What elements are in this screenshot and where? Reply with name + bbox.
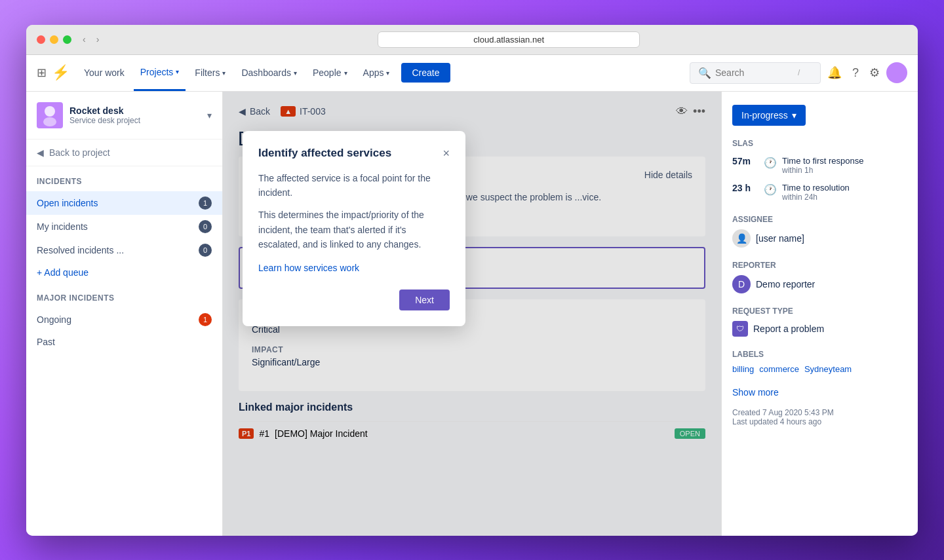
maximize-traffic-light[interactable] (63, 35, 71, 44)
project-avatar (37, 102, 63, 128)
sla-first-sub: within 1h (782, 166, 864, 175)
sidebar-project-header: Rocket desk Service desk project ▾ (26, 92, 222, 140)
assignee-avatar: 👤 (732, 229, 751, 248)
help-icon[interactable]: ? (848, 62, 863, 84)
request-type-value: Report a problem (753, 324, 824, 334)
sla-first-label: Time to first response (782, 156, 864, 166)
create-button[interactable]: Create (401, 63, 450, 83)
address-bar[interactable]: cloud.atlassian.net (378, 31, 640, 48)
request-type-icon: 🛡 (732, 321, 748, 337)
status-chevron-icon: ▾ (792, 110, 796, 121)
assignee-section: Assignee 👤 [user name] (732, 215, 907, 248)
sidebar-item-past[interactable]: Past (26, 331, 222, 352)
metadata: Created 7 Aug 2020 5:43 PM Last updated … (732, 408, 907, 426)
nav-filters[interactable]: Filters ▾ (188, 54, 232, 91)
sidebar-item-ongoing[interactable]: Ongoing 1 (26, 308, 222, 331)
browser-forward-btn[interactable]: › (93, 33, 103, 46)
labels-label: Labels (732, 350, 907, 359)
sidebar: Rocket desk Service desk project ▾ ◀ Bac… (26, 92, 223, 536)
modal-next-button[interactable]: Next (399, 289, 450, 310)
label-sydneyteam[interactable]: Sydneyteam (804, 364, 852, 374)
request-type-label: Request type (732, 307, 907, 316)
atlassian-logo[interactable]: ⚡ (52, 64, 69, 81)
request-type-row: 🛡 Report a problem (732, 321, 907, 337)
right-panel: In-progress ▾ SLAs 57m 🕐 Time to first r… (721, 92, 918, 536)
sidebar-project-chevron-icon[interactable]: ▾ (207, 110, 212, 121)
sidebar-item-resolved-incidents[interactable]: Resolved incidents ... 0 (26, 238, 222, 262)
project-name: Rocket desk (69, 105, 207, 116)
settings-gear-icon[interactable]: ⚙ (865, 62, 884, 84)
modal-close-button[interactable]: × (442, 147, 450, 160)
labels-row: billing commerce Sydneyteam (732, 364, 907, 374)
sla-title: SLAs (732, 139, 907, 148)
learn-services-link[interactable]: Learn how services work (258, 263, 359, 273)
sla-resolution-label: Time to resolution (782, 183, 850, 193)
sidebar-item-open-incidents[interactable]: Open incidents 1 (26, 191, 222, 215)
browser-back-btn[interactable]: ‹ (79, 33, 89, 46)
sla-resolution: 23 h 🕐 Time to resolution within 24h (732, 183, 907, 202)
main-content: Rocket desk Service desk project ▾ ◀ Bac… (26, 92, 918, 536)
sla-resolution-clock-icon: 🕐 (764, 183, 777, 196)
ongoing-badge: 1 (199, 313, 212, 326)
browser-nav-arrows: ‹ › (79, 33, 102, 46)
back-arrow-icon: ◀ (37, 147, 44, 158)
incidents-section-label: Incidents (26, 166, 222, 191)
minimize-traffic-light[interactable] (50, 35, 58, 44)
my-incidents-badge: 0 (199, 220, 212, 233)
show-more-link[interactable]: Show more (732, 387, 907, 398)
apps-chevron-icon: ▾ (386, 69, 389, 77)
assignee-row: 👤 [user name] (732, 229, 907, 248)
nav-your-work[interactable]: Your work (77, 54, 131, 91)
top-nav: ⊞ ⚡ Your work Projects ▾ Filters ▾ Dashb… (26, 55, 918, 92)
modal-footer: Next (258, 289, 450, 310)
svg-point-1 (43, 117, 56, 126)
search-input[interactable] (715, 67, 794, 78)
sidebar-add-queue[interactable]: + Add queue (26, 262, 222, 283)
nav-apps[interactable]: Apps ▾ (357, 54, 397, 91)
traffic-lights (37, 35, 71, 44)
dashboards-chevron-icon: ▾ (294, 69, 297, 77)
sla-first-response: 57m 🕐 Time to first response within 1h (732, 156, 907, 175)
project-type: Service desk project (69, 116, 207, 125)
search-box[interactable]: 🔍 / (690, 62, 821, 84)
identify-services-modal: Identify affected services × The affecte… (243, 131, 465, 327)
label-billing[interactable]: billing (732, 364, 754, 374)
label-commerce[interactable]: commerce (759, 364, 799, 374)
assignee-name: [user name] (756, 233, 804, 244)
filters-chevron-icon: ▾ (222, 69, 226, 77)
reporter-section: Reporter D Demo reporter (732, 261, 907, 293)
modal-body: The affected service is a focal point fo… (258, 171, 450, 252)
nav-dashboards[interactable]: Dashboards ▾ (235, 54, 304, 91)
notifications-bell-icon[interactable]: 🔔 (823, 62, 846, 84)
nav-projects[interactable]: Projects ▾ (134, 54, 186, 91)
browser-chrome: ‹ › cloud.atlassian.net (26, 25, 918, 55)
project-info: Rocket desk Service desk project (69, 105, 207, 125)
modal-title: Identify affected services (258, 147, 391, 160)
reporter-label: Reporter (732, 261, 907, 270)
grid-icon[interactable]: ⊞ (37, 65, 47, 80)
search-shortcut: / (798, 68, 800, 77)
modal-overlay: Identify affected services × The affecte… (223, 92, 721, 536)
open-incidents-badge: 1 (199, 196, 212, 210)
request-type-section: Request type 🛡 Report a problem (732, 307, 907, 337)
close-traffic-light[interactable] (37, 35, 45, 44)
nav-people[interactable]: People ▾ (306, 54, 354, 91)
sidebar-item-my-incidents[interactable]: My incidents 0 (26, 215, 222, 238)
major-incidents-section-label: Major incidents (26, 283, 222, 308)
labels-section: Labels billing commerce Sydneyteam (732, 350, 907, 374)
sla-resolution-sub: within 24h (782, 193, 850, 202)
sidebar-back-to-project[interactable]: ◀ Back to project (26, 140, 222, 166)
user-avatar[interactable] (886, 62, 907, 83)
svg-point-0 (45, 106, 55, 117)
reporter-name: Demo reporter (756, 279, 815, 289)
modal-header: Identify affected services × (258, 147, 450, 160)
status-button[interactable]: In-progress ▾ (732, 105, 806, 126)
sla-section: SLAs 57m 🕐 Time to first response within… (732, 139, 907, 202)
search-icon: 🔍 (698, 67, 711, 79)
last-updated: Last updated 4 hours ago (732, 417, 907, 426)
sla-clock-icon: 🕐 (764, 157, 777, 169)
projects-chevron-icon: ▾ (176, 68, 179, 75)
sla-first-time: 57m (732, 156, 758, 166)
created-date: Created 7 Aug 2020 5:43 PM (732, 408, 907, 417)
reporter-avatar: D (732, 275, 751, 293)
